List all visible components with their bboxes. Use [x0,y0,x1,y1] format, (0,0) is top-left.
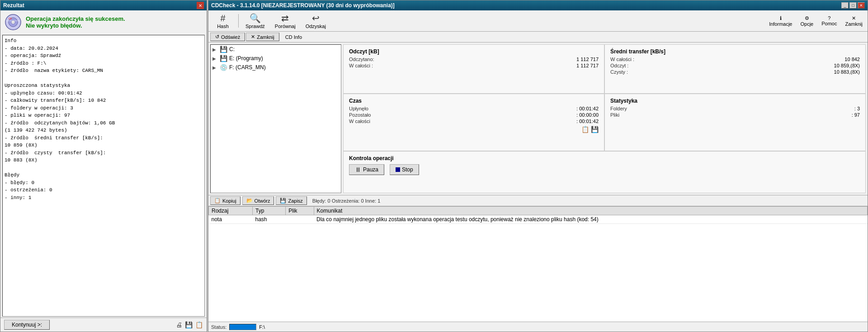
odczytano-row: Odczytano: 1 112 717 [349,57,599,62]
subbar-zamknij-icon: ✕ [251,34,255,40]
odczyt-row: Odczyt : 10 859,(8X) [610,63,860,68]
rezultat-titlebar: Rezultat ✕ [0,0,207,10]
hash-button[interactable]: # Hash [210,12,236,30]
foldery-value: : 3 [854,106,860,111]
odczyt-section: Odczyt [kB] Odczytano: 1 112 717 W całoś… [343,44,604,94]
kontrola-title: Kontrola operacji [349,155,860,161]
zamknij-button[interactable]: ✕ Zamknij [842,14,866,28]
tree-item-c[interactable]: ▶ 💾 C: [211,45,341,54]
rezultat-close-button[interactable]: ✕ [197,2,204,9]
tree-expand-e[interactable]: ▶ [212,56,218,61]
tree-item-f[interactable]: ▶ 💿 F: (CARS_MN) [211,63,341,72]
success-line2: Nie wykryto błędów. [26,22,125,29]
pliki-label: Pliki [610,112,619,118]
cd-info-label: CD Info [285,34,302,40]
status-path: F:\ [259,324,265,330]
w-calosci-value: 1 112 717 [576,63,599,68]
sprawdz-button[interactable]: 🔍 Sprawdź [241,11,269,30]
pozostalo-row: Pozostało : 00:00:00 [349,112,599,118]
tree-expand-c[interactable]: ▶ [212,47,218,52]
pauza-button[interactable]: ⏸ Pauza [349,164,384,175]
kopiuj-icon: 📋 [214,198,221,204]
opcje-label: Opcje [800,21,813,27]
status-bar: Status: F:\ [208,322,868,332]
czysty-label: Czysty : [610,69,628,75]
zapisz-icon: 💾 [280,198,286,204]
odczyt-row-label: Odczyt : [610,63,628,68]
opcje-button[interactable]: ⚙ Opcje [797,14,816,28]
continue-button[interactable]: Kontynuuj >: [4,320,50,330]
main-toolbar: # Hash 🔍 Sprawdź ⇄ Porównaj ↩ Odzyskaj ℹ… [208,10,868,32]
w-calosci-row: W całości : 1 112 717 [349,63,599,68]
czas-copy-icon[interactable]: 📋 [581,126,589,133]
statystyka-section: Statystyka Foldery : 3 Pliki : 97 [604,94,866,151]
odzyskaj-label: Odzyskaj [306,24,326,29]
odzyskaj-button[interactable]: ↩ Odzyskaj [302,11,330,30]
svg-text:CD: CD [9,17,12,20]
rezultat-title: Rezultat [3,2,24,9]
odczytano-label: Odczytano: [349,57,374,62]
porownaj-button[interactable]: ⇄ Porównaj [271,11,300,30]
w-calosci-label: W całości : [349,63,373,68]
bottom-area: 📋 Kopiuj 📂 Otwórz 💾 Zapisz Błędy: 0 Ostr… [208,195,868,322]
tree-item-e[interactable]: ▶ 💾 E: (Programy) [211,54,341,63]
zamknij-label: Zamknij [845,21,863,27]
sredni-title: Średni transfer [kB/s] [610,48,860,55]
maximize-button[interactable]: □ [849,2,857,9]
info-panel: Odczyt [kB] Odczytano: 1 112 717 W całoś… [343,44,866,193]
log-status: Błędy: 0 Ostrzeżenia: 0 Inne: 1 [312,198,380,204]
tree-label-c: C: [229,46,235,52]
subbar: ↺ Odśwież ✕ Zamknij CD Info [208,32,868,43]
file-tree[interactable]: ▶ 💾 C: ▶ 💾 E: (Programy) ▶ 💿 F: (CARS_MN… [210,44,341,193]
kopiuj-button[interactable]: 📋 Kopiuj [210,196,241,205]
czas-section: Czas Upłynęło : 00:01:42 Pozostało : 00:… [343,94,604,151]
otworz-button[interactable]: 📂 Otwórz [242,196,274,205]
czas-save-icon[interactable]: 💾 [591,126,599,133]
pozostalo-value: : 00:00:00 [576,112,599,118]
uplynelo-value: : 00:01:42 [576,106,599,111]
rezultat-panel: Rezultat ✕ CD Operacja zakończyła się su… [0,0,207,332]
pomoc-label: Pomoc [821,21,837,26]
cd-icon: CD [5,14,21,30]
right-toolbar: ℹ Informacje ⚙ Opcje ? Pomoc ✕ Zamknij [766,14,866,28]
pomoc-icon: ? [828,15,830,21]
main-content: ▶ 💾 C: ▶ 💾 E: (Programy) ▶ 💿 F: (CARS_MN… [208,43,868,195]
odczytano-value: 1 112 717 [576,57,599,62]
opcje-icon: ⚙ [805,15,809,21]
zapisz-label: Zapisz [288,198,302,204]
zapisz-button[interactable]: 💾 Zapisz [276,196,307,205]
cd-info-button[interactable]: CD Info [280,33,307,41]
subbar-zamknij-button[interactable]: ✕ Zamknij [246,33,279,41]
minimize-button[interactable]: _ [841,2,849,9]
odswiez-button[interactable]: ↺ Odśwież [210,33,245,41]
close-button[interactable]: ✕ [858,2,865,9]
kontrola-section: Kontrola operacji ⏸ Pauza Stop [343,151,866,193]
save-icon[interactable]: 💾 [185,321,193,328]
pomoc-button[interactable]: ? Pomoc [818,14,840,28]
kopiuj-label: Kopiuj [222,198,236,204]
cell-rodzaj: nota [209,215,253,224]
cell-komunikat: Dla co najmniej jednego pliku została wy… [314,215,867,224]
pauza-icon: ⏸ [355,166,361,173]
stop-button[interactable]: Stop [390,164,419,175]
col-rodzaj: Rodzaj [209,207,253,215]
otworz-icon: 📂 [246,198,253,204]
tree-expand-f[interactable]: ▶ [212,65,218,70]
rezultat-header: CD Operacja zakończyła się sukcesem. Nie… [0,10,207,34]
print-icon[interactable]: 🖨 [176,321,182,328]
success-message: Operacja zakończyła się sukcesem. Nie wy… [26,15,125,29]
pozostalo-label: Pozostało [349,112,371,118]
sprawdz-icon: 🔍 [250,13,261,24]
success-line1: Operacja zakończyła się sukcesem. [26,15,125,22]
w-calosci3-label: W całości [349,119,370,124]
hash-label: Hash [217,24,229,29]
cell-typ: hash [252,215,285,224]
drive-e-icon: 💾 [220,55,227,62]
informacje-button[interactable]: ℹ Informacje [766,14,795,28]
informacje-label: Informacje [769,21,792,27]
rezultat-footer: Kontynuuj >: 🖨 💾 📋 [0,318,207,332]
copy-icon[interactable]: 📋 [195,321,203,328]
porownaj-icon: ⇄ [281,13,289,24]
otworz-label: Otwórz [255,198,270,204]
status-label: Status: [211,324,226,330]
